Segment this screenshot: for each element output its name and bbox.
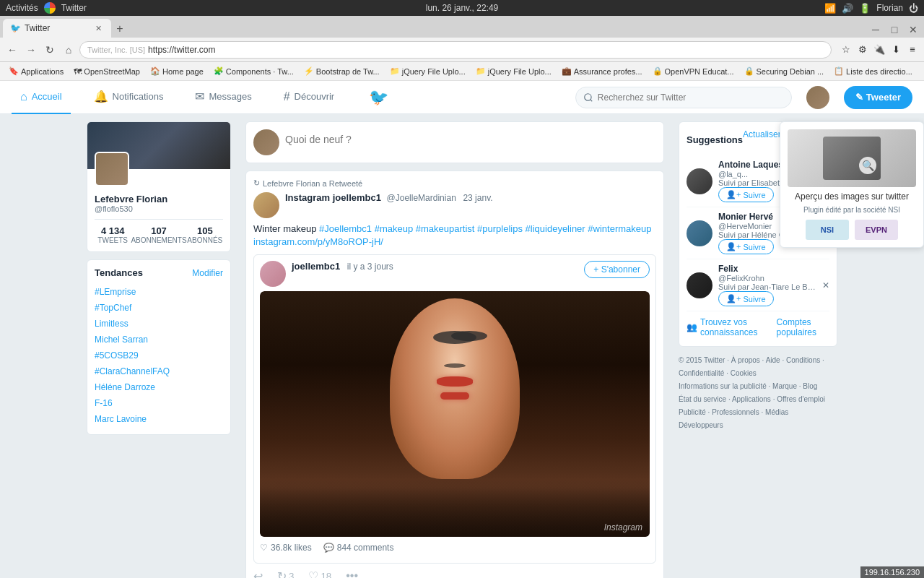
maximize-button[interactable]: □ [886,22,902,38]
trend-item-2[interactable]: #TopChef [95,300,223,316]
hashtag-purplelips[interactable]: #purplelips [477,223,523,234]
bookmark-applications[interactable]: 🔖 Applications [4,65,68,77]
tweets-stat[interactable]: 4 134 TWEETS [95,225,131,244]
footer-help[interactable]: Aide [766,356,780,364]
footer-blog[interactable]: Blog [803,382,817,390]
inner-tweet-username[interactable]: joellembc1 [292,261,340,272]
actualiser-link[interactable]: Actualiser [743,129,781,150]
bookmark-openstreetmap[interactable]: 🗺 OpenStreetMap [69,66,144,77]
bookmark-home[interactable]: 🏠 Home page [146,65,208,77]
follow-button-1[interactable]: 👤+ Suivre [718,187,774,202]
inner-tweet-avatar[interactable] [260,261,286,287]
extension-icon[interactable]: 🔌 [872,43,886,57]
reload-button[interactable]: ↻ [42,42,58,58]
bookmark-jquery2[interactable]: 📁 jQuery File Uplo... [471,65,556,77]
trend-item-6[interactable]: #ClaraChannelFAQ [95,363,223,379]
suggestion-avatar-2[interactable] [687,220,712,246]
bookmark-components[interactable]: 🧩 Components · Tw... [209,65,298,77]
more-action[interactable]: ••• [346,569,358,578]
following-stat[interactable]: 107 ABONNEMENTS [131,225,186,244]
bookmark-icon: 🔒 [653,66,663,76]
footer-advertising[interactable]: Publicité [679,408,706,416]
footer-ads-info[interactable]: Informations sur la publicité [679,382,767,390]
bookmark-jquery1[interactable]: 📁 jQuery File Uplo... [385,65,470,77]
trend-item-1[interactable]: #LEmprise [95,284,223,300]
back-button[interactable]: ← [4,42,20,58]
footer-cookies[interactable]: Cookies [731,369,757,377]
reply-action[interactable]: ↩ [253,569,263,578]
tweet-username-1[interactable]: Instagram joellembc1 [285,192,381,203]
minimize-button[interactable]: ─ [868,22,884,38]
trend-item-3[interactable]: Limitless [95,316,223,332]
bookmark-securing[interactable]: 🔒 Securing Debian ... [740,65,829,77]
instagram-link[interactable]: instagram.com/p/yM8oROP-jH/ [253,236,383,247]
nav-notifications[interactable]: 🔔 Notifications [85,81,173,114]
compose-input[interactable] [285,129,656,150]
close-window-button[interactable]: ✕ [905,22,921,38]
followers-stat[interactable]: 105 ABONNÉS [187,225,223,244]
activities-label[interactable]: Activités [6,3,38,13]
suggestion-name-3[interactable]: Felix [718,264,816,274]
bookmark-liste[interactable]: 📋 Liste des directio... [829,65,917,77]
subscribe-button[interactable]: + S'abonner [584,261,650,278]
like-action[interactable]: ♡ 18 [308,569,331,578]
hashtag-wintermakeup[interactable]: #wintermakeup [588,223,651,234]
tab-close-button[interactable]: ✕ [92,22,104,34]
nav-discover[interactable]: # Découvrir [275,81,344,114]
profile-avatar[interactable] [95,152,129,186]
volume-icon: 🔊 [842,3,853,14]
trend-item-5[interactable]: #5COSB29 [95,348,223,363]
follow-button-2[interactable]: 👤+ Suivre [718,239,774,254]
trends-modify-link[interactable]: Modifier [192,268,223,278]
suggestion-avatar-1[interactable] [687,168,712,194]
footer-jobs[interactable]: Offres d'emploi [777,395,825,403]
find-connections-link[interactable]: 👥 Trouvez vos connaissances [687,317,770,337]
footer-brand[interactable]: Marque [772,382,797,390]
hashtag-liquideyeliner[interactable]: #liquideyeliner [526,223,585,234]
follow-button-3[interactable]: 👤+ Suivre [718,291,774,306]
user-avatar-nav[interactable] [806,86,829,109]
footer-terms[interactable]: Conditions [786,356,820,364]
url-bar[interactable]: Twitter, Inc. [US] https://twitter.com [79,41,832,59]
suggestion-info-3: Felix @FelixKrohn Suivi par Jean-Tiare L… [718,264,816,306]
nav-home[interactable]: ⌂ Accueil [12,81,71,114]
trend-item-8[interactable]: F-16 [95,395,223,411]
tweet-button[interactable]: ✎ Tweeter [844,86,912,109]
forward-button[interactable]: → [23,42,39,58]
footer-business[interactable]: Professionnels [712,408,759,416]
menu-icon[interactable]: ≡ [905,43,920,57]
footer-applications[interactable]: Applications [732,395,771,403]
bookmark-assurance[interactable]: 💼 Assurance profes... [557,65,647,77]
close-suggestion-3[interactable]: ✕ [822,280,829,290]
tab-twitter[interactable]: 🐦 Twitter ✕ [3,19,111,38]
download-icon[interactable]: ⬇ [889,43,903,57]
hashtag-makeupartist[interactable]: #makeupartist [416,223,475,234]
tweet-handle-1[interactable]: @JoelleMardinian [387,193,456,203]
trend-item-9[interactable]: Marc Lavoine [95,411,223,427]
footer-media[interactable]: Médias [765,408,788,416]
tweet-avatar-1[interactable] [253,192,279,218]
search-input[interactable] [575,87,792,108]
twitter-logo[interactable]: 🐦 [369,88,388,107]
address-bar-icons: ☆ ⚙ 🔌 ⬇ ≡ [839,43,920,57]
trend-item-4[interactable]: Michel Sarran [95,332,223,348]
footer-developers[interactable]: Développeurs [679,421,723,429]
bookmark-star-icon[interactable]: ☆ [839,43,853,57]
nav-messages[interactable]: ✉ Messages [186,81,260,114]
new-tab-button[interactable]: + [111,20,128,38]
home-button[interactable]: ⌂ [61,42,77,58]
retweet-action[interactable]: ↻ 3 [277,569,294,578]
trend-item-7[interactable]: Héléne Darroze [95,379,223,395]
power-icon[interactable]: ⏻ [909,3,918,14]
popular-accounts-link[interactable]: Comptes populaires [777,317,829,337]
hashtag-joellembc1[interactable]: #Joellembc1 [319,223,372,234]
suggestion-avatar-3[interactable] [687,272,712,298]
footer-about[interactable]: À propos [731,356,760,364]
footer-privacy[interactable]: Confidentialité [679,369,724,377]
footer-status[interactable]: État du service [679,395,726,403]
plugin-title: Aperçu des images sur twitter [788,191,916,202]
settings-icon[interactable]: ⚙ [855,43,870,57]
hashtag-makeup[interactable]: #makeup [375,223,413,234]
bookmark-bootstrap[interactable]: ⚡ Bootstrap de Tw... [300,65,384,77]
bookmark-openvpn[interactable]: 🔒 OpenVPN Educat... [648,65,738,77]
